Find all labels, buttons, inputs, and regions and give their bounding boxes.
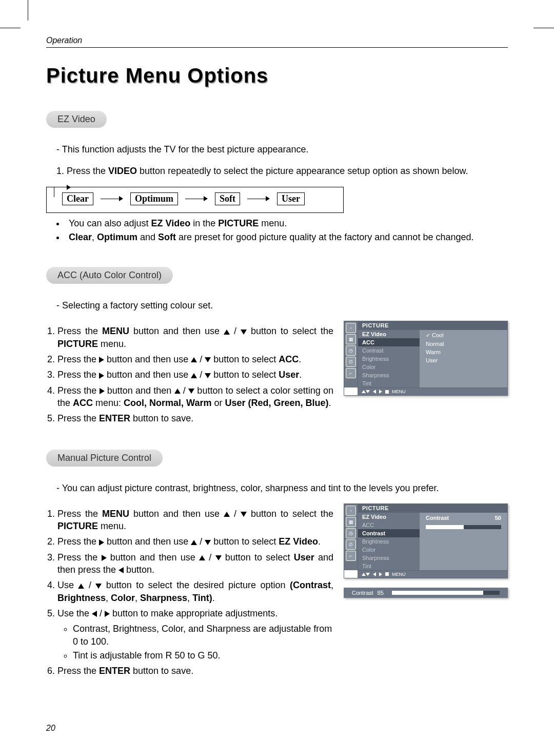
flow-clear: Clear <box>62 192 93 205</box>
osd-icon: ▦ <box>346 517 356 527</box>
osd-icon: ∅ <box>346 539 356 550</box>
section-pill-manual: Manual Picture Control <box>46 450 163 467</box>
osd-manual: ◦ ▦ ◷ ∅ ⌐ PICTURE EZ Video ACC <box>344 503 508 578</box>
osd-icon: ⌐ <box>346 551 356 561</box>
osd-item: Tint <box>358 562 420 570</box>
arrow-right-icon <box>247 196 270 201</box>
osd-option: User <box>420 356 507 364</box>
acc-step5: Press the ENTER button to save. <box>57 412 333 424</box>
right-icon <box>99 357 104 363</box>
flow-optimum: Optimum <box>130 192 178 205</box>
down-icon <box>241 329 247 335</box>
up-icon <box>224 329 230 335</box>
osd-icon: ◦ <box>346 323 356 333</box>
osd-option-checked: Cool <box>420 331 507 340</box>
osd-adjust-strip: Contrast 85 <box>344 588 508 598</box>
osd-option: Normal <box>420 340 507 348</box>
osd-item-selected: ACC <box>358 338 420 346</box>
ez-flow-diagram: Clear Optimum Soft User <box>46 187 344 213</box>
osd-item: ACC <box>358 521 420 529</box>
acc-step1: Press the MENU button and then use / but… <box>57 325 333 350</box>
manual-step1: Press the MENU button and then use / but… <box>57 508 333 533</box>
osd-icon: ⌐ <box>346 368 356 378</box>
acc-step4: Press the button and then / button to se… <box>57 384 333 410</box>
osd-item: Color <box>358 546 420 554</box>
osd-item-selected: Contrast <box>358 529 420 537</box>
arrow-right-icon <box>101 196 123 201</box>
osd-option: Warm <box>420 348 507 356</box>
osd-title: PICTURE <box>358 504 507 513</box>
acc-step2: Press the button and then use / button t… <box>57 353 333 365</box>
flow-user: User <box>277 192 305 205</box>
acc-intro: - Selecting a factory setting colour set… <box>56 299 508 312</box>
page-number: 20 <box>46 724 55 733</box>
osd-footer: MENU <box>358 570 507 578</box>
osd-icon: ◷ <box>346 528 356 538</box>
ez-intro: - This function adjusts the TV for the b… <box>56 143 508 156</box>
manual-step3: Press the button and then use / button t… <box>57 551 333 576</box>
page-title: Picture Menu Options Picture Menu Option… <box>46 64 508 87</box>
section-pill-ez-video: EZ Video <box>46 111 107 128</box>
osd-item: Sharpness <box>358 554 420 562</box>
osd-icon: ◦ <box>346 506 356 516</box>
osd-title: PICTURE <box>358 321 507 330</box>
osd-item: EZ Video <box>358 513 420 521</box>
acc-step3: Press the button and then use / button t… <box>57 369 333 381</box>
ez-note1: You can also adjust EZ Video in the PICT… <box>56 217 508 229</box>
section-pill-acc: ACC (Auto Color Control) <box>46 267 173 284</box>
strip-fill <box>392 591 484 595</box>
manual-note2: Tint is adjustable from R 50 to G 50. <box>73 649 333 662</box>
manual-intro: - You can adjust picture contrast, brigh… <box>56 482 508 494</box>
osd-readout: Contrast 50 <box>420 514 507 522</box>
manual-step4: Use / button to select the desired pictu… <box>57 579 333 604</box>
osd-item: Tint <box>358 379 420 387</box>
manual-step5: Use the / button to make appropriate adj… <box>57 607 333 662</box>
osd-icon: ∅ <box>346 357 356 367</box>
ez-note2: Clear, Optimum and Soft are preset for g… <box>56 231 508 243</box>
osd-item: Brightness <box>358 355 420 363</box>
osd-item: Contrast <box>358 346 420 355</box>
manual-step6: Press the ENTER button to save. <box>57 665 333 677</box>
osd-icon: ▦ <box>346 334 356 344</box>
osd-footer: MENU <box>358 387 507 395</box>
manual-step2: Press the button and then use / button t… <box>57 535 333 548</box>
manual-note1: Contrast, Brightness, Color, and Sharpne… <box>73 623 333 648</box>
osd-icon: ◷ <box>346 345 356 356</box>
ez-step1: 1. Press the VIDEO button repeatedly to … <box>56 165 508 177</box>
osd-bar <box>426 525 501 529</box>
osd-item: Sharpness <box>358 371 420 379</box>
flow-soft: Soft <box>215 192 240 205</box>
osd-item: Brightness <box>358 537 420 546</box>
left-icon <box>118 567 124 573</box>
osd-acc: ◦ ▦ ◷ ∅ ⌐ PICTURE EZ Video ACC <box>344 321 508 396</box>
osd-item: EZ Video <box>358 330 420 338</box>
running-header: Operation <box>46 36 508 48</box>
osd-item: Color <box>358 363 420 371</box>
arrow-right-icon <box>185 196 208 201</box>
